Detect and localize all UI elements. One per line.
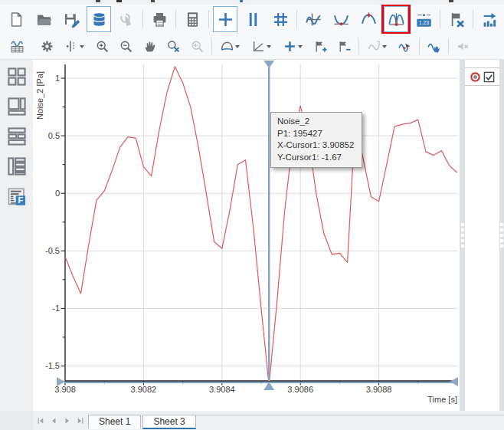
toolbar-separator bbox=[358, 39, 359, 54]
noise-2-curve bbox=[65, 67, 457, 386]
cursor-to-max-button[interactable] bbox=[356, 6, 381, 32]
print-icon bbox=[152, 11, 168, 28]
x-tick-label: 3.9084 bbox=[209, 385, 235, 394]
toolbar-separator bbox=[142, 10, 143, 28]
print-button[interactable] bbox=[147, 6, 172, 32]
layout-rows-button[interactable] bbox=[5, 126, 29, 149]
sheet-tabs: Sheet 1 Sheet 3 bbox=[88, 415, 504, 430]
cursor-opts-icon bbox=[65, 40, 78, 53]
layout-list-button[interactable] bbox=[5, 156, 29, 179]
zoom-in-icon bbox=[96, 40, 109, 53]
layout-grid-2x2-button[interactable] bbox=[5, 67, 29, 90]
display-mode-button[interactable] bbox=[3, 35, 31, 57]
chart-settings-button[interactable] bbox=[37, 36, 57, 57]
x-axis-title: Time [s] bbox=[427, 395, 457, 404]
calculator-button[interactable] bbox=[180, 6, 205, 32]
waveform-table-icon bbox=[11, 40, 24, 53]
tooltip-x-cursor: X-Cursor1: 3.90852 bbox=[277, 140, 354, 152]
y-tick-label: 0.5 bbox=[48, 131, 60, 140]
zoom-out-icon bbox=[119, 40, 133, 53]
save-edit-button[interactable] bbox=[59, 6, 83, 32]
sheet-nav-first-button[interactable] bbox=[34, 413, 47, 428]
data-stack-icon bbox=[91, 11, 107, 28]
pick-curve-button[interactable] bbox=[394, 36, 415, 57]
delete-markers-button[interactable] bbox=[444, 6, 469, 32]
zoom-out-button[interactable] bbox=[116, 36, 136, 57]
axis-scaling-button[interactable] bbox=[247, 36, 276, 57]
layout-main-side-bottom-button[interactable] bbox=[5, 97, 29, 120]
toolbar-separator bbox=[473, 10, 473, 28]
cursor-to-sample-button[interactable] bbox=[301, 6, 326, 32]
y-tick-label: -1.5 bbox=[45, 361, 60, 370]
flag-remove-icon bbox=[338, 40, 351, 53]
tab-sheet-3[interactable]: Sheet 3 bbox=[142, 415, 195, 429]
open-folder-icon bbox=[36, 11, 52, 28]
waveform-plot[interactable]: 10.50-0.5-1-1.53.9083.90823.90843.90863.… bbox=[33, 60, 460, 406]
workspace: F 10.50-0.5-1-1.53.9083.90823.90843.9086… bbox=[0, 60, 504, 411]
zoom-in-button[interactable] bbox=[92, 36, 113, 57]
save-edit-icon bbox=[64, 11, 80, 28]
cursor-options-button[interactable] bbox=[61, 36, 89, 57]
zoom-x-icon bbox=[167, 40, 180, 53]
smooth-icon bbox=[368, 40, 381, 53]
tabbar-corner bbox=[0, 411, 33, 430]
add-plus-icon bbox=[283, 40, 296, 53]
report-f-icon: F bbox=[7, 186, 27, 209]
legend-panel bbox=[465, 60, 499, 411]
zoom-reset-button[interactable] bbox=[163, 36, 184, 57]
delete-markers-icon bbox=[449, 11, 465, 28]
snap-cursor-to-curve-button[interactable] bbox=[384, 6, 408, 32]
toolbar-separator bbox=[440, 10, 440, 28]
data-manager-button[interactable] bbox=[87, 6, 111, 32]
pan-button[interactable] bbox=[139, 36, 160, 57]
smoothing-button bbox=[363, 36, 391, 57]
panel-splitter-left[interactable] bbox=[460, 60, 465, 411]
dropdown-caret-icon bbox=[382, 45, 387, 48]
svg-text:F: F bbox=[18, 195, 23, 205]
new-file-button[interactable] bbox=[4, 6, 28, 32]
add-marker-button[interactable] bbox=[310, 36, 331, 57]
panel-splitter-right[interactable] bbox=[499, 60, 504, 411]
single-cursor-button[interactable] bbox=[213, 6, 237, 32]
cursor-double-icon bbox=[245, 11, 261, 28]
envelope-icon bbox=[221, 40, 234, 53]
cursor-tooltip: Noise_2 P1: 195427 X-Cursor1: 3.90852 Y-… bbox=[270, 112, 362, 168]
layout-rows-icon bbox=[7, 126, 27, 149]
grid-cursor-button[interactable] bbox=[268, 6, 293, 32]
add-cursor-button[interactable] bbox=[279, 36, 307, 57]
clipped-menu-glyph bbox=[96, 0, 100, 2]
drag-curve-button[interactable] bbox=[424, 36, 444, 57]
sheet-nav-next-button[interactable] bbox=[61, 413, 74, 428]
scale-axis-icon bbox=[252, 40, 265, 53]
record-channel-icon[interactable] bbox=[470, 71, 481, 83]
envelope-button[interactable] bbox=[216, 36, 244, 57]
pan-hand-icon bbox=[143, 40, 156, 53]
zoom-previous-button bbox=[187, 36, 208, 57]
range-right-handle[interactable] bbox=[450, 377, 458, 386]
export-to-analysis-button[interactable] bbox=[477, 6, 502, 32]
tooltip-channel: Noise_2 bbox=[277, 116, 354, 128]
cursor-top-handle[interactable] bbox=[263, 61, 274, 68]
mute-button bbox=[453, 36, 473, 57]
svg-text:1.23: 1.23 bbox=[418, 20, 428, 25]
double-cursor-button[interactable] bbox=[241, 6, 265, 32]
clipped-menu-glyph bbox=[151, 0, 155, 2]
flag-add-icon bbox=[314, 40, 327, 53]
y-tick-label: 0 bbox=[55, 189, 60, 198]
tab-strip-filler bbox=[196, 415, 504, 429]
channel-visible-checkbox[interactable] bbox=[483, 71, 495, 83]
sheet-nav-last-button[interactable] bbox=[74, 413, 87, 428]
dropdown-caret-icon bbox=[298, 45, 303, 48]
application-window: 1.23 F 10.50-0.5-1-1.53.9083.90823.90843… bbox=[0, 0, 504, 430]
cursor-to-min-button[interactable] bbox=[329, 6, 353, 32]
wave-c-icon bbox=[361, 11, 377, 28]
layout-quad-icon bbox=[7, 67, 27, 90]
x-tick-label: 3.9088 bbox=[366, 385, 392, 394]
sheet-nav-previous-button[interactable] bbox=[47, 413, 61, 428]
wave-b-icon bbox=[333, 11, 349, 28]
tab-sheet-1[interactable]: Sheet 1 bbox=[88, 415, 141, 429]
report-formula-button[interactable]: F bbox=[5, 186, 29, 209]
show-values-button[interactable]: 1.23 bbox=[411, 6, 436, 32]
open-file-button[interactable] bbox=[31, 6, 56, 32]
remove-marker-button[interactable] bbox=[334, 36, 355, 57]
